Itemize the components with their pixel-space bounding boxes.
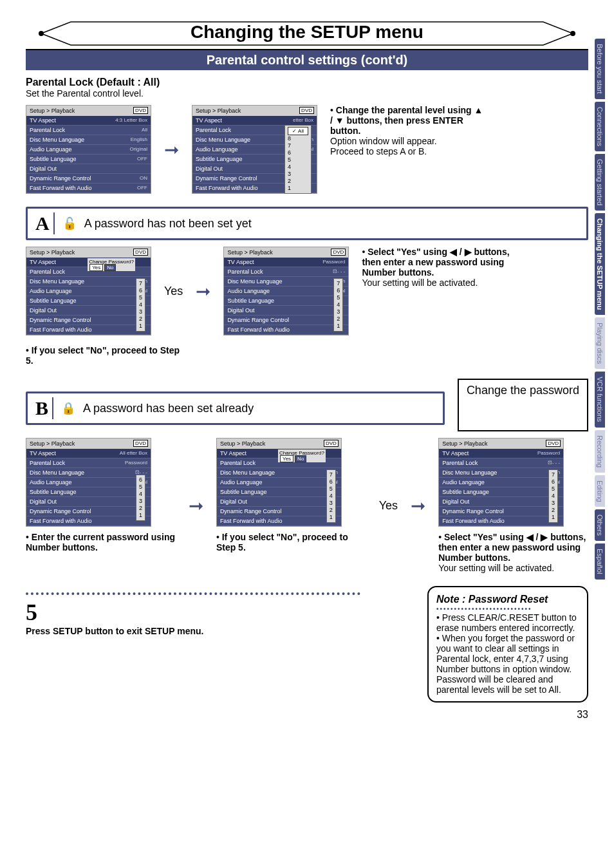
- svg-point-1: [39, 31, 44, 36]
- change-password-box: Change the password: [458, 379, 588, 431]
- b-right-instruction: • Select "Yes" using ◀ / ▶ buttons, then…: [438, 532, 588, 573]
- osd-b-new-password: Setup > PlaybackDVD TV AspectPassword Pa…: [438, 438, 564, 527]
- osd-a-change-prompt: Setup > PlaybackDVD TV Aspect Parental L…: [26, 247, 151, 335]
- tab-editing[interactable]: Editing: [595, 475, 605, 507]
- step-5: 5 Press SETUP button to exit SETUP menu.: [26, 592, 408, 636]
- password-reset-note: Note : Password Reset ••••••••••••••••••…: [427, 586, 588, 703]
- arrow-right-icon: ➞: [164, 139, 179, 160]
- yes-label-b: Yes: [379, 499, 398, 513]
- side-nav-tabs: Before you start Connections Getting sta…: [595, 39, 614, 582]
- title-bracket-svg: [26, 19, 588, 48]
- b-caption-2: • If you select "No", proceed to Step 5.: [216, 532, 366, 552]
- tab-recording[interactable]: Recording: [595, 430, 605, 473]
- flow-b-text: A password has been set already: [83, 402, 254, 415]
- flow-a-text: A password has not been set yet: [84, 217, 252, 231]
- osd-a-password: Setup > PlaybackDVD TV AspectPassword Pa…: [223, 247, 349, 335]
- tab-others[interactable]: Others: [595, 509, 605, 541]
- arrow-right-icon: ➞: [189, 495, 203, 516]
- dvd-badge: DVD: [133, 107, 148, 114]
- osd-b-enter-current: Setup > PlaybackDVD TV AspectAll etter B…: [26, 438, 151, 527]
- b-caption-1: • Enter the current password using Numbe…: [26, 532, 176, 552]
- flow-b-header: B 🔒 A password has been set already: [26, 392, 445, 425]
- tab-vcr-functions[interactable]: VCR functions: [595, 372, 605, 427]
- osd-initial: Setup > PlaybackDVD TV Aspect4:3 Letter …: [26, 105, 151, 194]
- level-overlay: All 87 65 43 21: [284, 125, 312, 194]
- tab-espanol[interactable]: Español: [595, 543, 605, 580]
- svg-point-2: [570, 31, 575, 36]
- osd-level-select: Setup > PlaybackDVD TV Aspectetter Box P…: [192, 105, 317, 194]
- a-no-caption: • If you select "No", proceed to Step 5.: [26, 345, 180, 366]
- tab-getting-started[interactable]: Getting started: [595, 154, 605, 211]
- step-5-text: Press SETUP button to exit SETUP menu.: [26, 626, 203, 636]
- tab-connections[interactable]: Connections: [595, 102, 605, 151]
- unlock-icon: 🔓: [62, 216, 77, 231]
- osd-b-change-prompt: Setup > PlaybackDVD TV Aspect Parental L…: [216, 438, 342, 527]
- tab-before-you-start[interactable]: Before you start: [595, 39, 605, 99]
- tab-changing-setup-menu[interactable]: Changing the SETUP menu: [595, 213, 605, 315]
- parental-lock-sub: Set the Parental control level.: [26, 88, 588, 99]
- yes-label-a: Yes: [164, 285, 183, 298]
- flow-a-header: A 🔓 A password has not been set yet: [26, 207, 588, 240]
- flow-a-letter: A: [35, 212, 50, 234]
- step-5-number: 5: [26, 599, 408, 626]
- section-subtitle-bar: Parental control settings (cont'd): [26, 49, 588, 70]
- page-title-banner: Changing the SETUP menu: [26, 19, 588, 45]
- flow-b-letter: B: [35, 397, 48, 419]
- osd-breadcrumb: Setup > Playback: [30, 108, 75, 114]
- tab-playing-discs[interactable]: Playing discs: [595, 317, 605, 369]
- lock-icon: 🔒: [61, 401, 75, 415]
- change-password-prompt: Change Password? YesNo: [88, 258, 135, 271]
- arrow-right-icon: ➞: [411, 495, 425, 516]
- parental-lock-heading: Parental Lock (Default : All): [26, 77, 588, 88]
- top-instruction: • Change the parental level using ▲ / ▼ …: [330, 105, 485, 156]
- note-title: Note : Password Reset: [436, 594, 579, 605]
- arrow-right-icon: ➞: [196, 281, 210, 302]
- page-number: 33: [26, 709, 588, 721]
- a-right-instruction: • Select "Yes" using ◀ / ▶ buttons, then…: [362, 247, 516, 288]
- level-overlay-small: 765 432 1: [136, 278, 145, 332]
